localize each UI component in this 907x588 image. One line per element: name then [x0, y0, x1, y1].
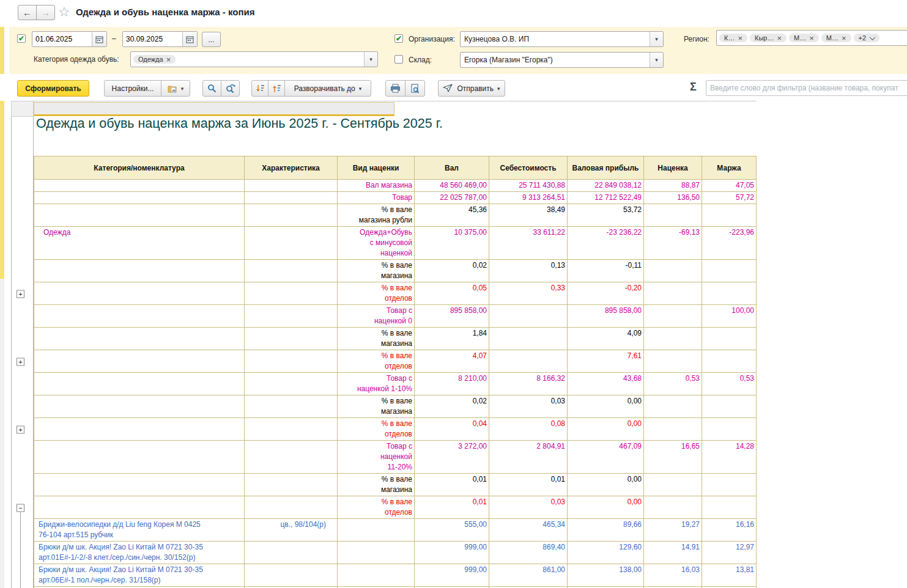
table-cell[interactable]	[34, 395, 245, 418]
category-combo[interactable]: Одежда× ▾	[130, 51, 378, 67]
table-cell[interactable]: 48 560 469,00	[415, 180, 489, 192]
table-cell[interactable]: 0,53	[644, 373, 702, 395]
table-cell[interactable]: 38,49	[489, 204, 568, 227]
table-cell[interactable]	[702, 474, 757, 496]
collapse-icon[interactable]: −	[17, 504, 24, 512]
table-cell[interactable]: 136,50	[644, 192, 702, 204]
table-cell[interactable]: 465,34	[489, 519, 568, 542]
table-cell[interactable]	[702, 418, 757, 441]
table-cell[interactable]: 19,27	[644, 519, 702, 542]
table-cell[interactable]	[34, 418, 245, 441]
table-cell[interactable]	[702, 260, 757, 282]
table-cell[interactable]	[644, 496, 702, 519]
table-cell[interactable]	[245, 328, 338, 350]
table-cell[interactable]	[245, 496, 338, 519]
table-cell[interactable]	[34, 373, 245, 395]
table-cell[interactable]: 16,03	[644, 564, 702, 587]
region-tag[interactable]: М…×	[789, 34, 819, 42]
table-cell[interactable]	[489, 328, 568, 350]
table-cell[interactable]: 0,00	[568, 395, 644, 418]
table-cell[interactable]: 467,09	[568, 441, 644, 474]
table-cell[interactable]: Товар с наценкой 11-20%	[338, 441, 415, 474]
table-cell[interactable]	[702, 282, 757, 305]
table-cell[interactable]: 0,02	[415, 395, 489, 418]
table-cell[interactable]: 138,00	[568, 564, 644, 587]
expand-icon[interactable]: +	[17, 358, 24, 366]
region-tag[interactable]: Кыр…×	[750, 34, 787, 42]
table-cell[interactable]: Вал магазина	[338, 180, 415, 192]
table-cell[interactable]: 0,08	[489, 418, 568, 441]
table-cell[interactable]	[34, 474, 245, 496]
table-cell[interactable]: 999,00	[415, 564, 489, 587]
table-cell[interactable]	[644, 260, 702, 282]
table-cell[interactable]: 13,81	[702, 564, 757, 587]
table-cell[interactable]	[34, 305, 245, 328]
table-cell[interactable]: 22 025 787,00	[415, 192, 489, 204]
table-cell[interactable]: Товар	[338, 192, 415, 204]
table-cell[interactable]: 57,72	[702, 192, 757, 204]
table-cell[interactable]	[644, 395, 702, 418]
table-cell[interactable]	[644, 350, 702, 373]
table-cell[interactable]: % в вале отделов	[338, 350, 415, 373]
table-cell[interactable]: 0,33	[489, 282, 568, 305]
send-button[interactable]: Отправить ▾	[438, 80, 505, 97]
table-cell[interactable]	[245, 305, 338, 328]
table-cell[interactable]	[489, 350, 568, 373]
table-cell[interactable]	[702, 328, 757, 350]
table-cell[interactable]: 0,53	[702, 373, 757, 395]
table-cell[interactable]: 0,01	[489, 474, 568, 496]
table-cell[interactable]	[644, 328, 702, 350]
table-cell[interactable]: 9 313 264,51	[489, 192, 568, 204]
organization-combo[interactable]: Кузнецова О.В. ИП ▾	[460, 31, 664, 47]
table-cell[interactable]	[34, 192, 245, 204]
expand-all-button[interactable]	[251, 80, 268, 97]
quick-filter-input[interactable]	[706, 80, 907, 96]
region-tag[interactable]: М…×	[821, 34, 851, 42]
table-cell[interactable]: 0,04	[415, 418, 489, 441]
table-cell[interactable]: 100,00	[702, 305, 757, 328]
region-tag[interactable]: К…×	[719, 34, 747, 42]
generate-button[interactable]: Сформировать	[17, 80, 89, 97]
remove-tag-icon[interactable]: ×	[738, 35, 742, 42]
table-cell[interactable]: 1,84	[415, 328, 489, 350]
table-cell[interactable]: -23 236,22	[568, 227, 644, 260]
table-cell[interactable]	[34, 441, 245, 474]
table-cell[interactable]	[34, 350, 245, 373]
table-cell[interactable]: 0,05	[415, 282, 489, 305]
table-cell[interactable]: 16,16	[702, 519, 757, 542]
table-cell[interactable]: цв., 98/104(р)	[245, 519, 338, 542]
table-cell[interactable]: 16,65	[644, 441, 702, 474]
table-cell[interactable]	[338, 519, 415, 542]
table-cell[interactable]: 0,00	[568, 418, 644, 441]
table-cell[interactable]: 0,03	[489, 496, 568, 519]
table-cell[interactable]: 861,00	[489, 564, 568, 587]
table-cell[interactable]: 47,05	[702, 180, 757, 192]
table-cell[interactable]: -0,20	[568, 282, 644, 305]
table-cell[interactable]	[245, 418, 338, 441]
table-cell[interactable]	[34, 180, 245, 192]
table-cell[interactable]: 12 712 522,49	[568, 192, 644, 204]
table-cell[interactable]	[34, 282, 245, 305]
table-cell[interactable]	[245, 204, 338, 227]
table-cell[interactable]	[702, 350, 757, 373]
table-cell[interactable]	[34, 260, 245, 282]
table-cell[interactable]	[245, 350, 338, 373]
table-cell[interactable]	[245, 180, 338, 192]
table-cell[interactable]	[245, 227, 338, 260]
date-from-input[interactable]	[32, 32, 92, 46]
expand-to-button[interactable]: Разворачивать до ▾	[284, 80, 371, 97]
table-cell[interactable]	[245, 192, 338, 204]
chevron-down-icon[interactable]: ▾	[364, 52, 377, 67]
table-cell[interactable]	[489, 305, 568, 328]
table-cell[interactable]	[702, 496, 757, 519]
table-cell[interactable]: Брюки д/м шк. Акция! Zao Li Китай М 0721…	[34, 542, 245, 564]
table-cell[interactable]: 88,87	[644, 180, 702, 192]
selected-cell[interactable]	[34, 102, 394, 116]
table-cell[interactable]	[702, 204, 757, 227]
remove-tag-icon[interactable]: ×	[842, 35, 846, 42]
table-cell[interactable]: 0,02	[415, 260, 489, 282]
table-cell[interactable]: Товар с наценкой 0	[338, 305, 415, 328]
chevron-down-icon[interactable]: ▾	[650, 53, 663, 67]
table-cell[interactable]: 129,60	[568, 542, 644, 564]
table-cell[interactable]: 14,91	[644, 542, 702, 564]
